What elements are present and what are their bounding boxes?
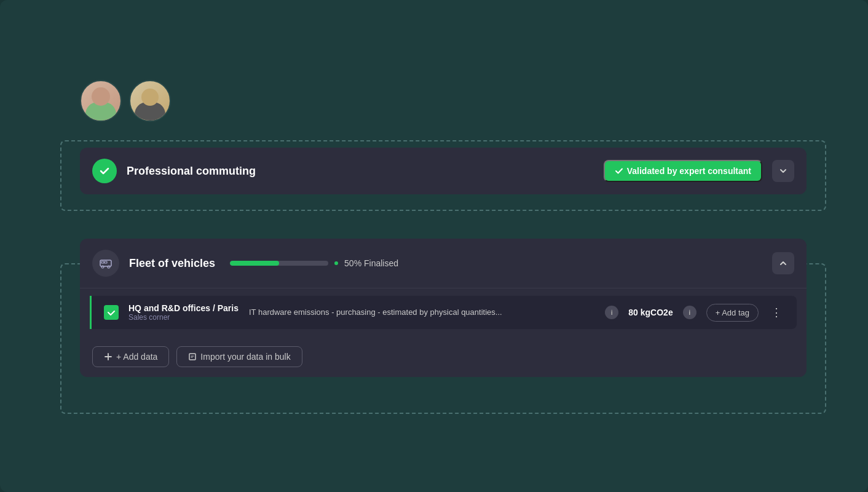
chevron-up-icon: [779, 259, 787, 268]
section-commuting-card: Professional commuting Validated by expe…: [80, 148, 807, 194]
commuting-title: Professional commuting: [127, 165, 594, 178]
row-location: HQ and R&D offices / Paris Sales corner: [128, 303, 239, 322]
svg-rect-1: [101, 261, 104, 263]
commuting-collapse-button[interactable]: [772, 160, 794, 182]
progress-label: 50% Finalised: [344, 258, 398, 268]
avatars-row: [80, 80, 171, 122]
row-description: IT hardware emissions - purchasing - est…: [249, 307, 595, 318]
info-icon-1[interactable]: i: [605, 306, 618, 319]
import-label: Import your data in bulk: [200, 352, 290, 362]
action-buttons: + Add data Import your data in bulk: [80, 336, 807, 377]
validated-badge-button[interactable]: Validated by expert consultant: [604, 160, 762, 182]
add-data-label: + Add data: [116, 352, 157, 362]
badge-check-icon: [615, 167, 623, 175]
avatar-male: [129, 80, 171, 122]
info-icon-2[interactable]: i: [683, 306, 696, 319]
fleet-svg-icon: [99, 256, 112, 270]
fleet-title: Fleet of vehicles: [129, 257, 215, 270]
progress-bar-track: [230, 261, 328, 266]
progress-bar-fill: [230, 261, 279, 266]
more-options-button[interactable]: ⋮: [768, 303, 784, 322]
avatar-female: [80, 80, 122, 122]
import-button[interactable]: Import your data in bulk: [176, 346, 302, 367]
fleet-icon: [92, 250, 119, 277]
page-container: Professional commuting Validated by expe…: [0, 0, 868, 492]
row-value: 80 kgCO2e: [628, 308, 673, 317]
row-location-sub: Sales corner: [128, 313, 239, 322]
import-icon: [188, 352, 197, 361]
section-fleet-card: Fleet of vehicles 50% Finalised: [80, 239, 807, 377]
validated-badge-label: Validated by expert consultant: [627, 166, 751, 176]
svg-rect-2: [105, 261, 107, 263]
row-check-icon: [107, 308, 116, 317]
progress-container: 50% Finalised: [230, 258, 762, 268]
fleet-header: Fleet of vehicles 50% Finalised: [80, 239, 807, 288]
plus-icon: [104, 352, 112, 361]
add-data-button[interactable]: + Add data: [92, 346, 169, 367]
fleet-collapse-button[interactable]: [772, 252, 794, 274]
check-svg: [98, 165, 111, 177]
fleet-data-row: HQ and R&D offices / Paris Sales corner …: [90, 296, 797, 329]
svg-rect-5: [189, 354, 195, 360]
row-location-name: HQ and R&D offices / Paris: [128, 303, 239, 313]
add-tag-button[interactable]: + Add tag: [706, 304, 759, 322]
commuting-check-icon: [92, 159, 117, 183]
chevron-down-icon: [779, 167, 787, 175]
row-checkbox[interactable]: [104, 305, 119, 320]
progress-dot: [334, 261, 338, 265]
